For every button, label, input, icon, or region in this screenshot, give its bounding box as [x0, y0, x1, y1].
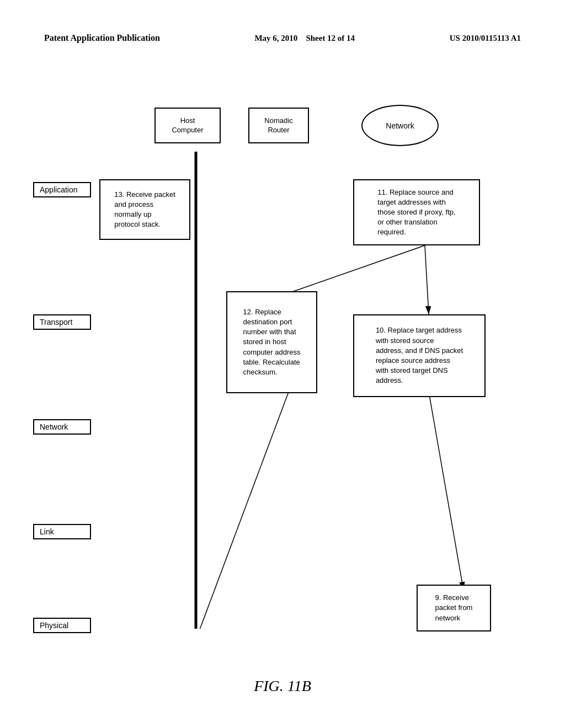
box-10: 10. Replace target addresswith stored so…	[353, 314, 486, 397]
figure-caption: FIG. 11B	[0, 677, 565, 695]
host-computer-box: HostComputer	[154, 108, 221, 143]
box-11: 11. Replace source andtarget addresses w…	[353, 179, 480, 245]
svg-line-3	[425, 245, 429, 314]
box-13: 13. Receive packetand processnormally up…	[99, 179, 190, 240]
diagram-area: HostComputer NomadicRouter Network Appli…	[33, 77, 532, 629]
patent-number: US 2010/0115113 A1	[450, 34, 521, 43]
box-9: 9. Receivepacket fromnetwork	[417, 585, 491, 631]
publication-date: May 6, 2010 Sheet 12 of 14	[254, 34, 355, 43]
network-oval: Network	[361, 105, 439, 146]
layer-application: Application	[33, 182, 91, 197]
layer-network: Network	[33, 419, 91, 435]
page-header: Patent Application Publication May 6, 20…	[0, 33, 565, 43]
nomadic-router-box: NomadicRouter	[248, 108, 309, 143]
layer-transport: Transport	[33, 314, 91, 330]
svg-line-4	[429, 392, 463, 590]
svg-line-1	[196, 386, 291, 629]
layer-link: Link	[33, 524, 91, 539]
box-12: 12. Replacedestination portnumber with t…	[226, 291, 317, 393]
layer-physical: Physical	[33, 618, 91, 633]
publication-title: Patent Application Publication	[44, 33, 160, 43]
svg-line-2	[291, 245, 425, 292]
